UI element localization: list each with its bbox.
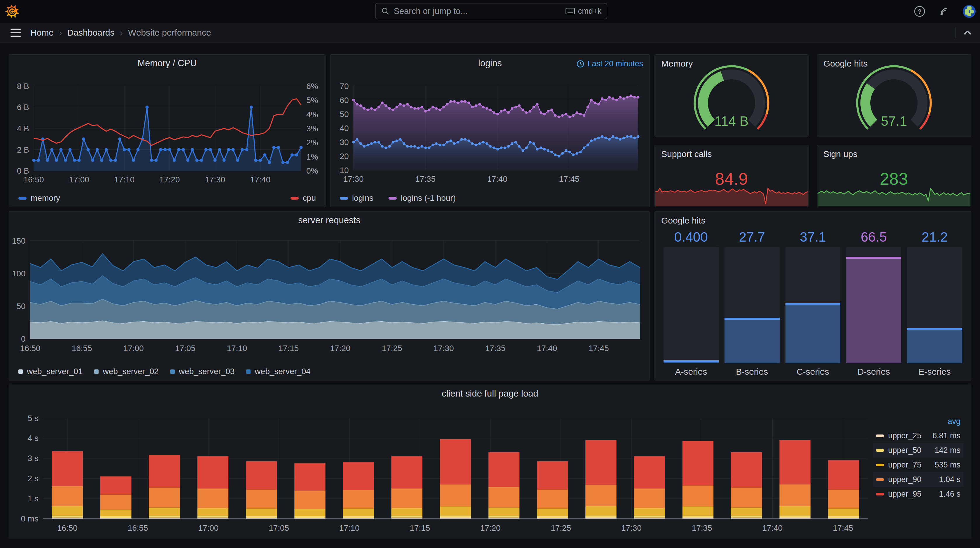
legend-item-web-server-04[interactable]: web_server_04 — [246, 367, 310, 376]
breadcrumb: Home › Dashboards › Website performance — [30, 23, 211, 43]
svg-text:17:25: 17:25 — [382, 344, 402, 353]
panel-memory-cpu: Memory / CPU 16:5017:0017:1017:2017:3017… — [9, 54, 326, 207]
svg-text:17:20: 17:20 — [330, 344, 351, 353]
legend-item-cpu[interactable]: cpu — [291, 193, 316, 203]
rss-news-icon[interactable] — [938, 5, 950, 18]
divider — [955, 27, 956, 38]
svg-text:5 s: 5 s — [28, 414, 38, 423]
svg-text:16:50: 16:50 — [24, 175, 44, 184]
breadcrumb-bar: Home › Dashboards › Website performance — [0, 23, 980, 43]
memory-cpu-chart[interactable]: 16:5017:0017:1017:2017:3017:408 B6 B4 B2… — [9, 54, 325, 207]
svg-text:16:50: 16:50 — [57, 524, 78, 532]
breadcrumb-dashboards[interactable]: Dashboards — [67, 28, 115, 38]
svg-text:17:35: 17:35 — [692, 524, 712, 532]
svg-text:10: 10 — [340, 166, 349, 175]
client-load-chart[interactable]: 16:5016:5517:0017:0517:1017:1517:2017:25… — [9, 385, 971, 539]
panel-server-requests: server requests 16:5016:5517:0017:0517:1… — [9, 211, 650, 381]
svg-text:2%: 2% — [306, 138, 318, 147]
chevron-up-icon[interactable] — [963, 30, 972, 36]
panel-title[interactable]: Sign ups — [823, 149, 858, 159]
panel-sign-ups: Sign ups 283 — [817, 145, 971, 207]
legend-item-upper-95[interactable]: upper_95 1.46 s — [873, 487, 963, 501]
avatar[interactable] — [963, 5, 976, 18]
grafana-logo-icon[interactable] — [5, 4, 20, 19]
svg-text:20: 20 — [340, 152, 349, 161]
svg-text:30: 30 — [340, 138, 349, 147]
breadcrumb-home[interactable]: Home — [30, 28, 54, 38]
legend-swatch — [876, 493, 884, 495]
svg-text:17:30: 17:30 — [205, 175, 225, 184]
svg-text:17:10: 17:10 — [115, 175, 135, 184]
legend-avg-header[interactable]: avg — [873, 415, 963, 429]
server-requests-chart[interactable]: 16:5016:5517:0017:0517:1017:1517:2017:25… — [9, 212, 649, 380]
svg-text:17:20: 17:20 — [480, 524, 501, 532]
legend-swatch — [18, 197, 27, 199]
search-placeholder: Search or jump to... — [394, 6, 561, 16]
svg-text:4 B: 4 B — [17, 124, 29, 133]
bar-gauge-d-series[interactable]: 66.5 D-series — [846, 229, 901, 377]
bar-gauge: 0.400 A-series 27.7 B-series 37.1 C-seri… — [663, 229, 962, 377]
menu-icon[interactable] — [11, 29, 21, 37]
panel-title[interactable]: Support calls — [661, 149, 712, 159]
legend-item-upper-75[interactable]: upper_75 535 ms — [873, 457, 963, 472]
chevron-right-icon: › — [119, 27, 123, 38]
svg-text:17:10: 17:10 — [339, 524, 360, 532]
svg-text:6%: 6% — [306, 82, 318, 91]
svg-text:50: 50 — [340, 110, 349, 119]
legend-item-web-server-03[interactable]: web_server_03 — [170, 367, 234, 376]
legend-swatch — [18, 370, 23, 374]
svg-text:1%: 1% — [306, 152, 318, 161]
svg-text:17:40: 17:40 — [487, 175, 508, 183]
search-input[interactable]: Search or jump to... cmd+k — [375, 3, 607, 19]
svg-text:17:45: 17:45 — [833, 524, 853, 532]
svg-text:0 ms: 0 ms — [21, 514, 38, 523]
bar-gauge-c-series[interactable]: 37.1 C-series — [786, 229, 841, 377]
memory-gauge: 114 B — [655, 64, 808, 134]
legend-item-memory[interactable]: memory — [18, 193, 60, 203]
svg-text:17:15: 17:15 — [278, 344, 299, 353]
svg-text:5%: 5% — [306, 96, 318, 105]
legend-item-logins[interactable]: logins — [340, 193, 373, 203]
svg-text:0 B: 0 B — [17, 166, 29, 175]
svg-text:57.1: 57.1 — [881, 113, 907, 129]
legend-item-web-server-01[interactable]: web_server_01 — [18, 367, 83, 376]
bar-gauge-b-series[interactable]: 27.7 B-series — [724, 229, 780, 377]
svg-text:17:30: 17:30 — [343, 175, 364, 183]
svg-text:6 B: 6 B — [17, 103, 29, 112]
keyboard-icon — [565, 7, 575, 15]
svg-text:17:20: 17:20 — [159, 175, 180, 184]
legend-item-upper-90[interactable]: upper_90 1.04 s — [873, 472, 963, 487]
svg-text:17:40: 17:40 — [537, 344, 557, 353]
panel-logins: logins Last 20 minutes 17:3017:3517:4017… — [330, 54, 650, 207]
support-calls-value: 84.9 — [655, 169, 808, 188]
svg-text:100: 100 — [12, 269, 25, 278]
panel-memory-gauge: Memory 114 B — [654, 54, 808, 137]
panel-google-hits-gauge: Google hits 57.1 — [817, 54, 971, 137]
svg-text:17:10: 17:10 — [227, 344, 247, 353]
help-icon[interactable]: ? — [913, 5, 926, 18]
legend-item-logins-1h[interactable]: logins (-1 hour) — [388, 193, 456, 203]
legend-swatch — [876, 464, 884, 466]
bar-gauge-e-series[interactable]: 21.2 E-series — [907, 229, 962, 377]
svg-text:17:05: 17:05 — [269, 524, 289, 532]
legend-item-web-server-02[interactable]: web_server_02 — [94, 367, 158, 376]
svg-text:40: 40 — [340, 124, 349, 133]
bar-gauge-a-series[interactable]: 0.400 A-series — [663, 229, 719, 377]
svg-text:17:15: 17:15 — [410, 524, 430, 532]
sign-ups-value: 283 — [817, 169, 971, 188]
legend-item-upper-50[interactable]: upper_50 142 ms — [873, 443, 963, 457]
svg-text:17:30: 17:30 — [433, 344, 454, 353]
breadcrumb-current: Website performance — [128, 28, 211, 38]
legend-swatch — [291, 197, 299, 199]
svg-text:16:55: 16:55 — [128, 524, 148, 532]
client-load-legend: avg upper_25 6.81 ms upper_50 142 ms upp… — [873, 415, 963, 501]
logins-chart[interactable]: 17:3017:3517:4017:4570605040302010 — [331, 54, 649, 207]
legend-item-upper-25[interactable]: upper_25 6.81 ms — [873, 429, 963, 443]
svg-text:150: 150 — [12, 236, 25, 245]
panel-title[interactable]: Google hits — [661, 216, 706, 226]
panel-support-calls: Support calls 84.9 — [654, 145, 808, 207]
svg-text:17:25: 17:25 — [550, 524, 571, 532]
svg-text:17:35: 17:35 — [415, 175, 436, 183]
svg-text:17:00: 17:00 — [123, 344, 144, 353]
svg-text:17:30: 17:30 — [621, 524, 642, 532]
